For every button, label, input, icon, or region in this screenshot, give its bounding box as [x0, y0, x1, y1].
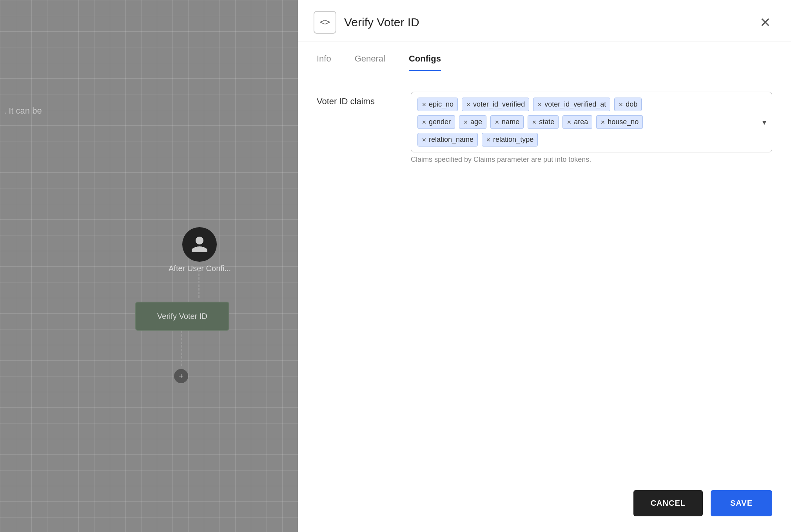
tag-remove-button[interactable]: ✕	[466, 102, 471, 107]
tag-remove-button[interactable]: ✕	[567, 119, 571, 125]
canvas-text: . It can be	[4, 106, 42, 116]
tag-label: dob	[626, 100, 637, 109]
save-button[interactable]: SAVE	[711, 490, 772, 516]
tag-item: ✕voter_id_verified_at	[533, 98, 610, 111]
tag-label: epic_no	[429, 100, 454, 109]
voter-id-claims-row: Voter ID claims ✕epic_no✕voter_id_verifi…	[317, 92, 772, 164]
cancel-button[interactable]: CANCEL	[633, 490, 703, 516]
person-icon	[190, 235, 209, 254]
tag-label: state	[539, 118, 554, 126]
panel-title: Verify Voter ID	[344, 16, 419, 29]
tag-item: ✕state	[528, 115, 559, 129]
tag-remove-button[interactable]: ✕	[422, 102, 426, 107]
tag-label: area	[574, 118, 588, 126]
tag-item: ✕name	[490, 115, 524, 129]
tag-remove-button[interactable]: ✕	[537, 102, 542, 107]
code-icon: <>	[320, 17, 330, 27]
tags-input-container[interactable]: ✕epic_no✕voter_id_verified✕voter_id_veri…	[411, 92, 772, 152]
tag-item: ✕voter_id_verified	[462, 98, 529, 111]
tag-remove-button[interactable]: ✕	[532, 119, 537, 125]
tag-label: relation_name	[429, 136, 474, 144]
helper-text: Claims specified by Claims parameter are…	[411, 156, 772, 164]
tag-remove-button[interactable]: ✕	[601, 119, 605, 125]
close-button[interactable]: ✕	[758, 14, 772, 31]
tag-remove-button[interactable]: ✕	[619, 102, 623, 107]
user-node-circle	[182, 227, 217, 262]
panel-header: <> Verify Voter ID ✕	[298, 0, 791, 42]
tag-remove-button[interactable]: ✕	[463, 119, 468, 125]
panel-content: Voter ID claims ✕epic_no✕voter_id_verifi…	[298, 71, 791, 478]
tag-label: age	[470, 118, 482, 126]
tag-label: relation_type	[493, 136, 533, 144]
tab-general[interactable]: General	[355, 46, 385, 71]
tag-label: name	[502, 118, 519, 126]
grid-overlay	[0, 0, 298, 532]
tag-item: ✕epic_no	[417, 98, 458, 111]
code-icon-box: <>	[314, 11, 336, 34]
tag-item: ✕age	[459, 115, 486, 129]
tag-remove-button[interactable]: ✕	[422, 137, 426, 143]
tag-remove-button[interactable]: ✕	[486, 137, 491, 143]
config-panel: <> Verify Voter ID ✕ Info General Config…	[298, 0, 791, 532]
connector-line-top	[198, 266, 200, 298]
tag-label: voter_id_verified_at	[544, 100, 606, 109]
tag-remove-button[interactable]: ✕	[422, 119, 426, 125]
canvas-background: . It can be After User Confi... Verify V…	[0, 0, 298, 532]
panel-footer: CANCEL SAVE	[298, 478, 791, 532]
tab-configs[interactable]: Configs	[409, 46, 441, 71]
plus-icon: +	[179, 371, 184, 381]
tags-input-field[interactable]	[675, 118, 766, 126]
tag-item: ✕house_no	[596, 115, 643, 129]
connector-line-bottom	[181, 331, 182, 366]
tag-item: ✕relation_type	[482, 133, 538, 147]
user-node[interactable]: After User Confi...	[169, 227, 231, 273]
tag-item: ✕relation_name	[417, 133, 478, 147]
close-icon: ✕	[760, 15, 771, 30]
tab-info[interactable]: Info	[317, 46, 331, 71]
tabs-bar: Info General Configs	[298, 46, 791, 71]
tag-label: house_no	[608, 118, 639, 126]
tag-item: ✕area	[562, 115, 592, 129]
tag-label: voter_id_verified	[473, 100, 525, 109]
tag-remove-button[interactable]: ✕	[495, 119, 499, 125]
tag-label: gender	[429, 118, 451, 126]
verify-voter-id-node[interactable]: Verify Voter ID	[135, 302, 229, 331]
panel-header-left: <> Verify Voter ID	[314, 11, 419, 34]
voter-id-claims-label: Voter ID claims	[317, 92, 395, 107]
tags-list: ✕epic_no✕voter_id_verified✕voter_id_veri…	[417, 98, 671, 147]
tag-item: ✕gender	[417, 115, 455, 129]
verify-node-label: Verify Voter ID	[157, 312, 207, 321]
tag-item: ✕dob	[614, 98, 642, 111]
user-node-label: After User Confi...	[169, 264, 231, 273]
add-node-button[interactable]: +	[174, 369, 188, 383]
